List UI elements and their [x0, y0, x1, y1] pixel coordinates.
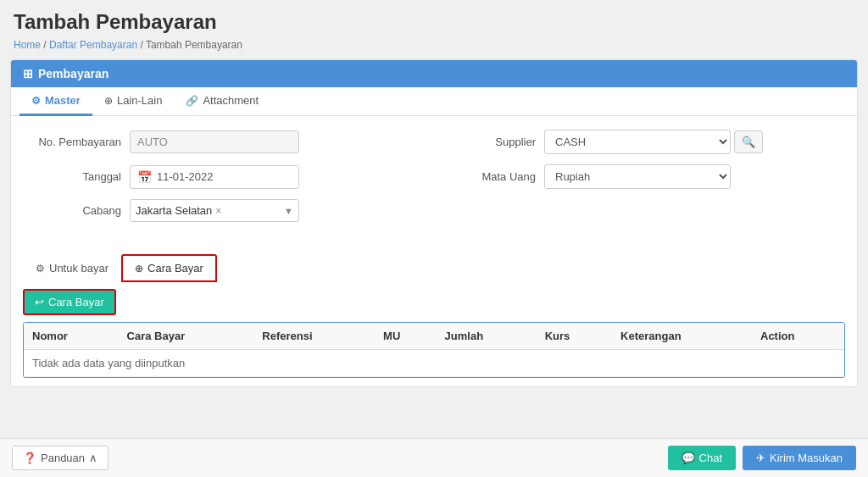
- cabang-label: Cabang: [28, 204, 121, 217]
- send-icon: ✈: [756, 452, 765, 464]
- kirim-masukan-button[interactable]: ✈ Kirim Masukan: [743, 446, 856, 470]
- attachment-tab-icon: 🔗: [186, 95, 198, 107]
- cabang-arrow-icon: ▼: [284, 206, 293, 216]
- cara-bayar-button[interactable]: ↩ Cara Bayar: [23, 289, 116, 315]
- form-row-2: Tanggal 📅 Mata Uang Rupiah: [28, 164, 840, 189]
- cara-bayar-table-container: Nomor Cara Bayar Referensi MU Jumlah Kur…: [23, 322, 845, 378]
- col-kurs: Kurs: [537, 323, 612, 350]
- no-pembayaran-label: No. Pembayaran: [28, 136, 121, 148]
- col-cara-bayar: Cara Bayar: [119, 323, 254, 350]
- cabang-group: Cabang Jakarta Selatan × ▼: [28, 199, 426, 222]
- chat-label: Chat: [699, 452, 722, 464]
- form-row-3: Cabang Jakarta Selatan × ▼: [28, 199, 840, 222]
- col-mu: MU: [375, 323, 436, 350]
- payment-card: ⊞ Pembayaran ⚙ Master ⊕ Lain-Lain 🔗 Atta…: [10, 59, 858, 387]
- tab-master[interactable]: ⚙ Master: [19, 87, 92, 116]
- footer-right: 💬 Chat ✈ Kirim Masukan: [668, 446, 856, 470]
- sub-tab-untuk-bayar[interactable]: ⚙ Untuk bayar: [23, 255, 121, 281]
- cara-bayar-btn-icon: ↩: [35, 296, 44, 308]
- sub-tabs: ⚙ Untuk bayar ⊕ Cara Bayar: [11, 246, 857, 282]
- supplier-search-button[interactable]: 🔍: [734, 130, 763, 153]
- supplier-select-group: CASH 🔍: [544, 130, 763, 154]
- calendar-icon: 📅: [137, 170, 152, 184]
- table-header: Nomor Cara Bayar Referensi MU Jumlah Kur…: [24, 323, 844, 350]
- panduan-chevron-icon: ∧: [89, 452, 97, 464]
- col-keterangan: Keterangan: [612, 323, 752, 350]
- breadcrumb-home[interactable]: Home: [14, 39, 41, 51]
- breadcrumb-current: Tambah Pembayaran: [146, 39, 242, 51]
- tanggal-date-picker[interactable]: 📅: [130, 165, 299, 189]
- cara-bayar-btn-label: Cara Bayar: [48, 296, 104, 308]
- table-header-row: Nomor Cara Bayar Referensi MU Jumlah Kur…: [24, 323, 844, 350]
- col-referensi: Referensi: [253, 323, 375, 350]
- untuk-bayar-icon: ⚙: [36, 263, 45, 275]
- cabang-value: Jakarta Selatan: [136, 204, 212, 217]
- table-body: Tidak ada data yang diinputkan: [24, 350, 844, 377]
- master-tab-icon: ⚙: [31, 95, 41, 107]
- question-icon: ❓: [23, 452, 36, 464]
- supplier-select[interactable]: CASH: [544, 130, 731, 154]
- empty-message: Tidak ada data yang diinputkan: [24, 350, 844, 377]
- tanggal-label: Tanggal: [28, 170, 121, 183]
- kirim-label: Kirim Masukan: [770, 452, 843, 464]
- breadcrumb-list[interactable]: Daftar Pembayaran: [49, 39, 137, 51]
- col-action: Action: [752, 323, 844, 350]
- mata-uang-group: Mata Uang Rupiah: [442, 164, 840, 189]
- panduan-label: Panduan: [41, 452, 85, 464]
- footer: ❓ Panduan ∧ 💬 Chat ✈ Kirim Masukan: [0, 438, 868, 477]
- cara-bayar-btn-wrap: ↩ Cara Bayar: [11, 282, 857, 322]
- chat-button[interactable]: 💬 Chat: [668, 446, 736, 470]
- panduan-button[interactable]: ❓ Panduan ∧: [12, 446, 108, 470]
- sub-tab-cara-bayar-label: Cara Bayar: [147, 262, 203, 275]
- main-tabs: ⚙ Master ⊕ Lain-Lain 🔗 Attachment: [11, 87, 857, 116]
- lain-lain-tab-icon: ⊕: [104, 95, 113, 107]
- empty-row: Tidak ada data yang diinputkan: [24, 350, 844, 377]
- tanggal-input[interactable]: [157, 170, 267, 183]
- form-row-1: No. Pembayaran Supplier CASH 🔍: [28, 130, 840, 154]
- tanggal-group: Tanggal 📅: [28, 165, 426, 189]
- sub-tab-cara-bayar[interactable]: ⊕ Cara Bayar: [121, 254, 217, 282]
- page-title: Tambah Pembayaran: [0, 0, 868, 37]
- tab-attachment-label: Attachment: [203, 94, 259, 107]
- mata-uang-select[interactable]: Rupiah: [544, 164, 731, 189]
- supplier-label: Supplier: [442, 136, 536, 148]
- card-header-icon: ⊞: [23, 67, 33, 80]
- cabang-select[interactable]: Jakarta Selatan × ▼: [130, 199, 299, 222]
- mata-uang-label: Mata Uang: [442, 170, 536, 183]
- cara-bayar-icon: ⊕: [135, 263, 143, 275]
- col-jumlah: Jumlah: [437, 323, 537, 350]
- chat-icon: 💬: [682, 452, 695, 464]
- tab-attachment[interactable]: 🔗 Attachment: [174, 87, 270, 116]
- supplier-group: Supplier CASH 🔍: [442, 130, 840, 154]
- tab-lain-lain[interactable]: ⊕ Lain-Lain: [92, 87, 175, 116]
- card-header: ⊞ Pembayaran: [11, 60, 857, 87]
- sub-tab-untuk-bayar-label: Untuk bayar: [49, 262, 108, 275]
- cara-bayar-table: Nomor Cara Bayar Referensi MU Jumlah Kur…: [24, 323, 844, 377]
- cabang-clear-icon[interactable]: ×: [215, 205, 221, 217]
- tab-master-label: Master: [45, 94, 81, 107]
- no-pembayaran-group: No. Pembayaran: [28, 130, 426, 153]
- no-pembayaran-input[interactable]: [130, 130, 299, 153]
- breadcrumb: Home / Daftar Pembayaran / Tambah Pembay…: [0, 37, 868, 59]
- tab-lain-lain-label: Lain-Lain: [117, 94, 163, 107]
- card-header-title: Pembayaran: [38, 67, 108, 80]
- col-nomor: Nomor: [24, 323, 119, 350]
- form-body: No. Pembayaran Supplier CASH 🔍 Tangg: [11, 116, 857, 246]
